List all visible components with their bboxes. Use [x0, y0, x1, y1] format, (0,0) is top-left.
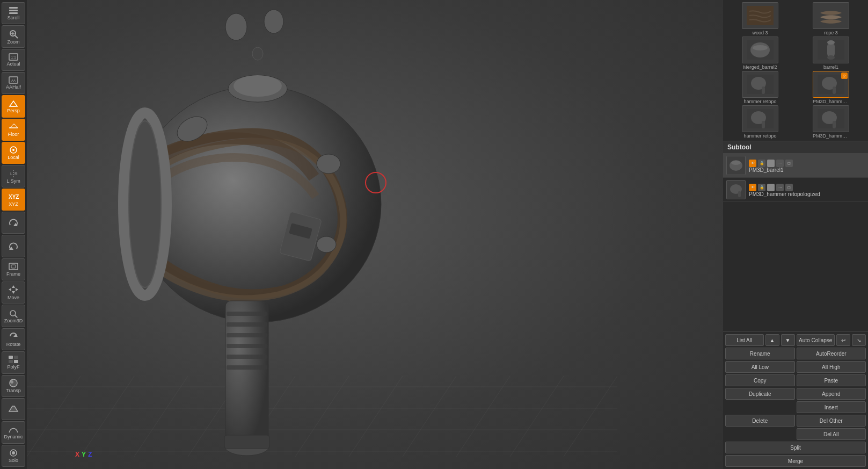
thumb-img-hammer-retopo2[interactable]: [742, 105, 778, 132]
zoom-button[interactable]: Zoom: [2, 25, 25, 47]
lsym-button[interactable]: LR L.Sym: [2, 165, 25, 187]
svg-rect-78: [224, 435, 269, 449]
svg-text:1:1: 1:1: [11, 55, 16, 59]
axis-z-label: Z: [88, 451, 92, 458]
solo-button[interactable]: Solo: [2, 445, 25, 467]
auto-collapse-button[interactable]: Auto Collapse: [797, 334, 835, 346]
paste-button[interactable]: Paste: [797, 374, 866, 386]
bevel-button[interactable]: [2, 398, 25, 420]
split-button[interactable]: Split: [725, 442, 866, 453]
thumb-wood3[interactable]: wood 3: [725, 2, 795, 35]
viewport[interactable]: X Y Z: [27, 0, 723, 469]
subtool-icon-color-hammer[interactable]: [767, 184, 775, 191]
subtool-item-barrel[interactable]: 👁 🔒 ⋯ ◻ PM3D_barrel1: [723, 154, 868, 178]
subtool-icon-more-hammer[interactable]: ⋯: [776, 184, 784, 191]
merge-button[interactable]: Merge: [725, 455, 866, 467]
svg-rect-96: [762, 121, 765, 128]
thumb-badge-2: 2: [841, 73, 848, 79]
auto-collapse-down-button[interactable]: ↘: [852, 334, 866, 346]
subtool-icon-lock-barrel[interactable]: 🔒: [758, 160, 765, 167]
svg-marker-28: [12, 291, 15, 294]
subtool-item-hammer[interactable]: 👁 🔒 ⋯ ◻ PM3D_hammer retopologized: [723, 178, 868, 202]
axis-indicator: X Y Z: [75, 451, 92, 458]
thumb-pm3d-hammer2[interactable]: PM3D_hammer r: [796, 105, 866, 139]
duplicate-button[interactable]: Duplicate: [725, 388, 795, 400]
subtool-list[interactable]: 👁 🔒 ⋯ ◻ PM3D_barrel1 👁: [723, 154, 868, 331]
list-all-button[interactable]: List All: [725, 334, 764, 346]
transp-button[interactable]: Transp: [2, 375, 25, 397]
svg-point-69: [225, 13, 247, 40]
actual-button[interactable]: 1:1 Actual: [2, 49, 25, 71]
auto-collapse-icon-button[interactable]: ↩: [836, 334, 850, 346]
axis-y-label: Y: [82, 451, 86, 458]
svg-rect-62: [227, 322, 267, 327]
subtool-thumb-barrel: [726, 156, 746, 175]
svg-point-101: [731, 161, 741, 165]
subtool-icon-more-barrel[interactable]: ⋯: [776, 160, 784, 167]
svg-rect-99: [833, 121, 836, 128]
rot1-button[interactable]: [2, 212, 25, 234]
subtool-icon-color-barrel[interactable]: [767, 160, 775, 167]
floor-button[interactable]: Floor: [2, 119, 25, 141]
auto-reorder-button[interactable]: AutoReorder: [797, 348, 866, 359]
thumb-barrel1[interactable]: barrel1: [796, 37, 866, 70]
svg-line-55: [510, 376, 564, 457]
thumb-pm3d-hammer1[interactable]: 2 PM3D_hammer r: [796, 71, 866, 104]
all-high-button[interactable]: All High: [797, 361, 866, 373]
ctrl-row-alllow: All Low All High: [725, 361, 866, 373]
subtool-icon-vis-barrel[interactable]: ◻: [785, 160, 793, 167]
thumb-img-rope3[interactable]: [813, 2, 849, 29]
rotate-button[interactable]: Rotate: [2, 328, 25, 350]
viewport-canvas[interactable]: X Y Z: [27, 0, 723, 469]
thumb-img-wood3[interactable]: [742, 2, 778, 29]
svg-text:XYZ: XYZ: [9, 194, 19, 200]
subtool-icon-eye-barrel[interactable]: 👁: [749, 160, 756, 167]
frame-button[interactable]: Frame: [2, 258, 25, 280]
svg-text:R: R: [14, 171, 18, 176]
thumb-hammer-retopo2[interactable]: hammer retopo: [725, 105, 795, 139]
subtool-name-hammer: PM3D_hammer retopologized: [749, 191, 859, 197]
svg-point-86: [827, 40, 835, 45]
list-up-button[interactable]: ▲: [765, 334, 779, 346]
thumb-img-hammer-retopo1[interactable]: [742, 71, 778, 98]
all-low-button[interactable]: All Low: [725, 361, 795, 373]
aahalf-button[interactable]: AA AAHalf: [2, 72, 25, 94]
svg-rect-90: [762, 86, 765, 94]
svg-line-4: [15, 35, 18, 38]
polyf-button[interactable]: PolyF: [2, 351, 25, 373]
svg-marker-27: [12, 285, 15, 288]
thumb-hammer-retopo1[interactable]: hammer retopo: [725, 71, 795, 104]
subtool-icon-lock-hammer[interactable]: 🔒: [758, 184, 765, 191]
append-button[interactable]: Append: [797, 388, 866, 400]
thumb-img-pm3d-hammer2[interactable]: [813, 105, 849, 132]
thumb-label-pm3d-hammer1: PM3D_hammer r: [813, 99, 849, 104]
del-other-button[interactable]: Del Other: [797, 415, 866, 427]
ctrl-row-list: List All ▲ ▼ Auto Collapse ↩ ↘: [725, 334, 866, 346]
persp-button[interactable]: Persp: [2, 95, 25, 117]
rename-button[interactable]: Rename: [725, 348, 795, 359]
thumb-merged-barrel2[interactable]: Merged_barrel2: [725, 37, 795, 70]
xyz-button[interactable]: XYZ XYZ: [2, 189, 25, 211]
list-down-button[interactable]: ▼: [781, 334, 795, 346]
del-all-button[interactable]: Del All: [797, 428, 866, 440]
copy-button[interactable]: Copy: [725, 374, 795, 386]
thumb-img-merged-barrel2[interactable]: [742, 37, 778, 63]
thumb-rope3[interactable]: rope 3: [796, 2, 866, 35]
move-button[interactable]: Move: [2, 282, 25, 304]
local-button[interactable]: Local: [2, 142, 25, 164]
svg-rect-1: [9, 10, 18, 11]
subtool-icon-vis-hammer[interactable]: ◻: [785, 184, 793, 191]
insert-button[interactable]: Insert: [797, 401, 866, 413]
dynamic-button[interactable]: Dynamic: [2, 421, 25, 443]
svg-point-71: [252, 47, 263, 60]
subtool-icon-eye-hammer[interactable]: 👁: [749, 184, 756, 191]
subtool-icon-row-barrel: 👁 🔒 ⋯ ◻: [749, 160, 859, 167]
zoom3d-button[interactable]: Zoom3D: [2, 305, 25, 327]
scroll-button[interactable]: Scroll: [2, 2, 25, 24]
thumb-label-rope3: rope 3: [824, 30, 838, 35]
delete-button[interactable]: Delete: [725, 415, 795, 427]
thumb-img-barrel1[interactable]: [813, 37, 849, 63]
thumb-img-pm3d-hammer1[interactable]: 2: [813, 71, 849, 98]
thumb-label-barrel1: barrel1: [823, 64, 838, 70]
rot2-button[interactable]: [2, 235, 25, 257]
